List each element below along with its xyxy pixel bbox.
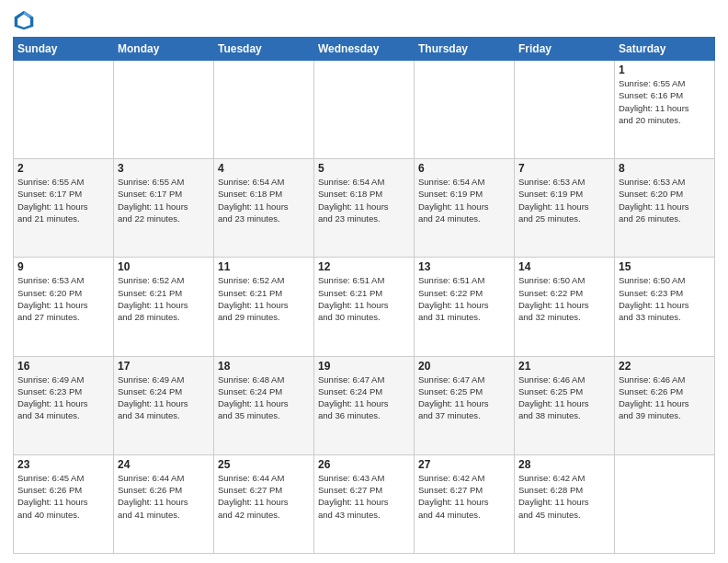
table-row <box>314 61 415 159</box>
day-info: Sunrise: 6:44 AM Sunset: 6:27 PM Dayligh… <box>218 472 310 521</box>
day-number: 11 <box>218 260 310 273</box>
day-info: Sunrise: 6:49 AM Sunset: 6:24 PM Dayligh… <box>118 373 210 422</box>
day-number: 7 <box>518 162 610 175</box>
day-info: Sunrise: 6:52 AM Sunset: 6:21 PM Dayligh… <box>118 274 210 323</box>
table-row: 5Sunrise: 6:54 AM Sunset: 6:18 PM Daylig… <box>314 159 415 258</box>
table-row <box>515 61 615 159</box>
calendar-week-row: 16Sunrise: 6:49 AM Sunset: 6:23 PM Dayli… <box>14 356 715 454</box>
day-info: Sunrise: 6:47 AM Sunset: 6:24 PM Dayligh… <box>318 373 410 422</box>
table-row: 21Sunrise: 6:46 AM Sunset: 6:25 PM Dayli… <box>515 356 615 454</box>
table-row: 14Sunrise: 6:50 AM Sunset: 6:22 PM Dayli… <box>515 258 615 356</box>
table-row: 6Sunrise: 6:54 AM Sunset: 6:19 PM Daylig… <box>415 159 515 258</box>
table-row: 27Sunrise: 6:42 AM Sunset: 6:27 PM Dayli… <box>415 454 515 553</box>
day-info: Sunrise: 6:45 AM Sunset: 6:26 PM Dayligh… <box>17 472 109 521</box>
table-row: 19Sunrise: 6:47 AM Sunset: 6:24 PM Dayli… <box>314 356 415 454</box>
calendar-week-row: 1Sunrise: 6:55 AM Sunset: 6:16 PM Daylig… <box>14 61 715 159</box>
table-row: 22Sunrise: 6:46 AM Sunset: 6:26 PM Dayli… <box>615 356 715 454</box>
day-number: 21 <box>518 360 610 373</box>
day-number: 14 <box>518 260 610 273</box>
table-row: 7Sunrise: 6:53 AM Sunset: 6:19 PM Daylig… <box>515 159 615 258</box>
logo <box>13 9 39 31</box>
day-info: Sunrise: 6:54 AM Sunset: 6:18 PM Dayligh… <box>318 176 410 224</box>
day-info: Sunrise: 6:49 AM Sunset: 6:23 PM Dayligh… <box>17 373 109 422</box>
day-number: 10 <box>118 260 210 273</box>
table-row: 8Sunrise: 6:53 AM Sunset: 6:20 PM Daylig… <box>615 159 715 258</box>
day-info: Sunrise: 6:55 AM Sunset: 6:17 PM Dayligh… <box>17 176 109 224</box>
calendar-week-row: 9Sunrise: 6:53 AM Sunset: 6:20 PM Daylig… <box>14 258 715 356</box>
table-row: 11Sunrise: 6:52 AM Sunset: 6:21 PM Dayli… <box>214 258 314 356</box>
table-row: 17Sunrise: 6:49 AM Sunset: 6:24 PM Dayli… <box>114 356 214 454</box>
table-row: 13Sunrise: 6:51 AM Sunset: 6:22 PM Dayli… <box>415 258 515 356</box>
calendar-header-row: Sunday Monday Tuesday Wednesday Thursday… <box>14 38 715 61</box>
col-wednesday: Wednesday <box>314 38 415 61</box>
day-info: Sunrise: 6:53 AM Sunset: 6:20 PM Dayligh… <box>17 274 109 323</box>
day-number: 6 <box>418 162 510 175</box>
day-number: 25 <box>218 458 310 471</box>
table-row <box>415 61 515 159</box>
day-number: 23 <box>17 458 109 471</box>
day-number: 22 <box>619 360 711 373</box>
calendar-table: Sunday Monday Tuesday Wednesday Thursday… <box>13 37 715 554</box>
day-number: 17 <box>118 360 210 373</box>
day-info: Sunrise: 6:46 AM Sunset: 6:25 PM Dayligh… <box>518 373 610 422</box>
day-number: 24 <box>118 458 210 471</box>
day-number: 27 <box>418 458 510 471</box>
table-row: 4Sunrise: 6:54 AM Sunset: 6:18 PM Daylig… <box>214 159 314 258</box>
table-row: 28Sunrise: 6:42 AM Sunset: 6:28 PM Dayli… <box>515 454 615 553</box>
table-row: 23Sunrise: 6:45 AM Sunset: 6:26 PM Dayli… <box>14 454 114 553</box>
day-number: 19 <box>318 360 410 373</box>
table-row: 3Sunrise: 6:55 AM Sunset: 6:17 PM Daylig… <box>114 159 214 258</box>
table-row <box>214 61 314 159</box>
day-number: 8 <box>619 162 711 175</box>
day-info: Sunrise: 6:55 AM Sunset: 6:16 PM Dayligh… <box>619 77 711 126</box>
page: Sunday Monday Tuesday Wednesday Thursday… <box>0 0 728 563</box>
table-row: 2Sunrise: 6:55 AM Sunset: 6:17 PM Daylig… <box>14 159 114 258</box>
table-row: 25Sunrise: 6:44 AM Sunset: 6:27 PM Dayli… <box>214 454 314 553</box>
day-info: Sunrise: 6:53 AM Sunset: 6:20 PM Dayligh… <box>619 176 711 224</box>
table-row: 12Sunrise: 6:51 AM Sunset: 6:21 PM Dayli… <box>314 258 415 356</box>
day-number: 2 <box>17 162 109 175</box>
day-info: Sunrise: 6:44 AM Sunset: 6:26 PM Dayligh… <box>118 472 210 521</box>
table-row: 1Sunrise: 6:55 AM Sunset: 6:16 PM Daylig… <box>615 61 715 159</box>
day-number: 9 <box>17 260 109 273</box>
day-number: 15 <box>619 260 711 273</box>
table-row <box>14 61 114 159</box>
table-row: 18Sunrise: 6:48 AM Sunset: 6:24 PM Dayli… <box>214 356 314 454</box>
table-row <box>615 454 715 553</box>
col-thursday: Thursday <box>415 38 515 61</box>
day-number: 16 <box>17 360 109 373</box>
day-number: 20 <box>418 360 510 373</box>
col-saturday: Saturday <box>615 38 715 61</box>
day-info: Sunrise: 6:51 AM Sunset: 6:22 PM Dayligh… <box>418 274 510 323</box>
day-number: 26 <box>318 458 410 471</box>
table-row <box>114 61 214 159</box>
table-row: 10Sunrise: 6:52 AM Sunset: 6:21 PM Dayli… <box>114 258 214 356</box>
day-info: Sunrise: 6:43 AM Sunset: 6:27 PM Dayligh… <box>318 472 410 521</box>
day-info: Sunrise: 6:42 AM Sunset: 6:28 PM Dayligh… <box>518 472 610 521</box>
table-row: 16Sunrise: 6:49 AM Sunset: 6:23 PM Dayli… <box>14 356 114 454</box>
day-number: 12 <box>318 260 410 273</box>
calendar-week-row: 23Sunrise: 6:45 AM Sunset: 6:26 PM Dayli… <box>14 454 715 553</box>
day-info: Sunrise: 6:54 AM Sunset: 6:18 PM Dayligh… <box>218 176 310 224</box>
day-number: 13 <box>418 260 510 273</box>
day-number: 18 <box>218 360 310 373</box>
day-number: 3 <box>118 162 210 175</box>
col-monday: Monday <box>114 38 214 61</box>
table-row: 26Sunrise: 6:43 AM Sunset: 6:27 PM Dayli… <box>314 454 415 553</box>
day-info: Sunrise: 6:55 AM Sunset: 6:17 PM Dayligh… <box>118 176 210 224</box>
logo-icon <box>13 9 35 31</box>
day-info: Sunrise: 6:51 AM Sunset: 6:21 PM Dayligh… <box>318 274 410 323</box>
header <box>13 9 715 31</box>
day-info: Sunrise: 6:46 AM Sunset: 6:26 PM Dayligh… <box>619 373 711 422</box>
table-row: 20Sunrise: 6:47 AM Sunset: 6:25 PM Dayli… <box>415 356 515 454</box>
day-number: 5 <box>318 162 410 175</box>
day-info: Sunrise: 6:50 AM Sunset: 6:23 PM Dayligh… <box>619 274 711 323</box>
day-number: 1 <box>619 63 711 76</box>
day-info: Sunrise: 6:42 AM Sunset: 6:27 PM Dayligh… <box>418 472 510 521</box>
day-number: 4 <box>218 162 310 175</box>
day-info: Sunrise: 6:52 AM Sunset: 6:21 PM Dayligh… <box>218 274 310 323</box>
col-tuesday: Tuesday <box>214 38 314 61</box>
day-info: Sunrise: 6:53 AM Sunset: 6:19 PM Dayligh… <box>518 176 610 224</box>
day-info: Sunrise: 6:48 AM Sunset: 6:24 PM Dayligh… <box>218 373 310 422</box>
table-row: 15Sunrise: 6:50 AM Sunset: 6:23 PM Dayli… <box>615 258 715 356</box>
